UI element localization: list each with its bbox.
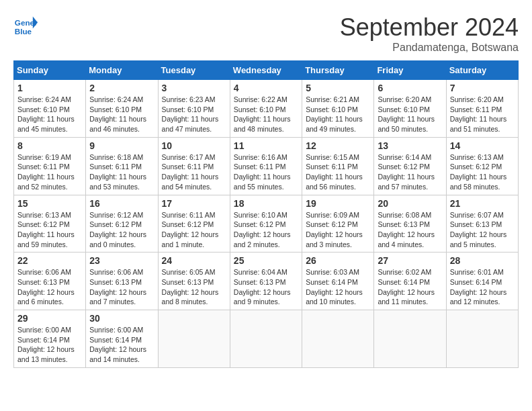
day-info: Sunrise: 6:17 AM Sunset: 6:11 PM Dayligh… (162, 152, 226, 192)
day-info: Sunrise: 6:09 AM Sunset: 6:12 PM Dayligh… (306, 210, 370, 250)
day-info: Sunrise: 6:07 AM Sunset: 6:13 PM Dayligh… (450, 210, 515, 250)
day-number: 25 (234, 255, 298, 266)
day-info: Sunrise: 6:12 AM Sunset: 6:12 PM Dayligh… (89, 210, 154, 250)
calendar-cell: 11Sunrise: 6:16 AM Sunset: 6:11 PM Dayli… (230, 137, 302, 195)
calendar-week-5: 29Sunrise: 6:00 AM Sunset: 6:14 PM Dayli… (14, 310, 519, 368)
calendar-cell (446, 310, 518, 368)
calendar-cell: 29Sunrise: 6:00 AM Sunset: 6:14 PM Dayli… (14, 310, 86, 368)
day-info: Sunrise: 6:00 AM Sunset: 6:14 PM Dayligh… (17, 325, 82, 365)
col-header-wednesday: Wednesday (230, 61, 302, 80)
day-number: 8 (17, 140, 82, 151)
calendar-cell: 8Sunrise: 6:19 AM Sunset: 6:11 PM Daylig… (14, 137, 86, 195)
day-info: Sunrise: 6:13 AM Sunset: 6:12 PM Dayligh… (17, 210, 82, 250)
day-number: 7 (450, 83, 515, 93)
calendar-cell: 14Sunrise: 6:13 AM Sunset: 6:12 PM Dayli… (446, 137, 518, 195)
col-header-monday: Monday (86, 61, 158, 80)
day-number: 9 (89, 140, 154, 151)
day-number: 29 (17, 313, 82, 324)
day-info: Sunrise: 6:01 AM Sunset: 6:14 PM Dayligh… (450, 267, 515, 307)
day-info: Sunrise: 6:11 AM Sunset: 6:12 PM Dayligh… (162, 210, 226, 250)
calendar-cell: 24Sunrise: 6:05 AM Sunset: 6:13 PM Dayli… (158, 253, 230, 310)
day-info: Sunrise: 6:18 AM Sunset: 6:11 PM Dayligh… (89, 152, 154, 192)
day-number: 17 (162, 198, 226, 209)
calendar-cell: 25Sunrise: 6:04 AM Sunset: 6:13 PM Dayli… (230, 253, 302, 310)
calendar-cell: 30Sunrise: 6:00 AM Sunset: 6:14 PM Dayli… (86, 310, 158, 368)
col-header-thursday: Thursday (302, 61, 374, 80)
day-info: Sunrise: 6:03 AM Sunset: 6:14 PM Dayligh… (306, 267, 370, 307)
day-number: 5 (306, 83, 370, 93)
day-number: 28 (450, 255, 515, 266)
day-info: Sunrise: 6:22 AM Sunset: 6:10 PM Dayligh… (234, 95, 298, 134)
day-info: Sunrise: 6:24 AM Sunset: 6:10 PM Dayligh… (89, 95, 154, 134)
col-header-saturday: Saturday (446, 61, 518, 80)
day-number: 20 (378, 198, 442, 209)
day-info: Sunrise: 6:13 AM Sunset: 6:12 PM Dayligh… (450, 152, 515, 192)
day-info: Sunrise: 6:20 AM Sunset: 6:11 PM Dayligh… (450, 95, 515, 134)
col-header-sunday: Sunday (14, 61, 86, 80)
day-info: Sunrise: 6:06 AM Sunset: 6:13 PM Dayligh… (89, 267, 154, 307)
col-header-friday: Friday (374, 61, 446, 80)
calendar-cell: 9Sunrise: 6:18 AM Sunset: 6:11 PM Daylig… (86, 137, 158, 195)
calendar-cell: 4Sunrise: 6:22 AM Sunset: 6:10 PM Daylig… (230, 80, 302, 138)
day-info: Sunrise: 6:16 AM Sunset: 6:11 PM Dayligh… (234, 152, 298, 192)
day-number: 30 (89, 313, 154, 324)
day-info: Sunrise: 6:21 AM Sunset: 6:10 PM Dayligh… (306, 95, 370, 134)
day-number: 10 (162, 140, 226, 151)
day-info: Sunrise: 6:06 AM Sunset: 6:13 PM Dayligh… (17, 267, 82, 307)
day-number: 2 (89, 83, 154, 93)
calendar-week-1: 1Sunrise: 6:24 AM Sunset: 6:10 PM Daylig… (14, 80, 519, 138)
day-number: 12 (306, 140, 370, 151)
day-info: Sunrise: 6:20 AM Sunset: 6:10 PM Dayligh… (378, 95, 442, 134)
day-info: Sunrise: 6:05 AM Sunset: 6:13 PM Dayligh… (162, 267, 226, 307)
calendar-cell: 5Sunrise: 6:21 AM Sunset: 6:10 PM Daylig… (302, 80, 374, 138)
day-number: 1 (17, 83, 82, 93)
day-info: Sunrise: 6:10 AM Sunset: 6:12 PM Dayligh… (234, 210, 298, 250)
calendar-week-2: 8Sunrise: 6:19 AM Sunset: 6:11 PM Daylig… (14, 137, 519, 195)
calendar-cell: 6Sunrise: 6:20 AM Sunset: 6:10 PM Daylig… (374, 80, 446, 138)
calendar-cell: 23Sunrise: 6:06 AM Sunset: 6:13 PM Dayli… (86, 253, 158, 310)
day-number: 24 (162, 255, 226, 266)
day-number: 19 (306, 198, 370, 209)
calendar-cell: 13Sunrise: 6:14 AM Sunset: 6:12 PM Dayli… (374, 137, 446, 195)
calendar-cell: 21Sunrise: 6:07 AM Sunset: 6:13 PM Dayli… (446, 195, 518, 253)
day-number: 23 (89, 255, 154, 266)
calendar-cell: 10Sunrise: 6:17 AM Sunset: 6:11 PM Dayli… (158, 137, 230, 195)
calendar-table: SundayMondayTuesdayWednesdayThursdayFrid… (13, 60, 519, 368)
location-subtitle: Pandamatenga, Botswana (340, 42, 519, 54)
calendar-cell: 26Sunrise: 6:03 AM Sunset: 6:14 PM Dayli… (302, 253, 374, 310)
day-number: 15 (17, 198, 82, 209)
title-block: September 2024 Pandamatenga, Botswana (340, 13, 519, 54)
day-info: Sunrise: 6:14 AM Sunset: 6:12 PM Dayligh… (378, 152, 442, 192)
col-header-tuesday: Tuesday (158, 61, 230, 80)
day-number: 3 (162, 83, 226, 93)
calendar-cell: 22Sunrise: 6:06 AM Sunset: 6:13 PM Dayli… (14, 253, 86, 310)
calendar-cell: 17Sunrise: 6:11 AM Sunset: 6:12 PM Dayli… (158, 195, 230, 253)
day-number: 26 (306, 255, 370, 266)
calendar-cell: 20Sunrise: 6:08 AM Sunset: 6:13 PM Dayli… (374, 195, 446, 253)
day-info: Sunrise: 6:24 AM Sunset: 6:10 PM Dayligh… (17, 95, 82, 134)
calendar-cell: 18Sunrise: 6:10 AM Sunset: 6:12 PM Dayli… (230, 195, 302, 253)
calendar-cell: 12Sunrise: 6:15 AM Sunset: 6:11 PM Dayli… (302, 137, 374, 195)
svg-text:Blue: Blue (15, 27, 32, 36)
calendar-cell: 19Sunrise: 6:09 AM Sunset: 6:12 PM Dayli… (302, 195, 374, 253)
logo: General Blue (13, 13, 38, 38)
calendar-cell: 3Sunrise: 6:23 AM Sunset: 6:10 PM Daylig… (158, 80, 230, 138)
calendar-week-3: 15Sunrise: 6:13 AM Sunset: 6:12 PM Dayli… (14, 195, 519, 253)
calendar-cell (230, 310, 302, 368)
day-number: 22 (17, 255, 82, 266)
calendar-cell (374, 310, 446, 368)
day-info: Sunrise: 6:15 AM Sunset: 6:11 PM Dayligh… (306, 152, 370, 192)
day-number: 6 (378, 83, 442, 93)
day-number: 21 (450, 198, 515, 209)
day-number: 16 (89, 198, 154, 209)
calendar-cell: 2Sunrise: 6:24 AM Sunset: 6:10 PM Daylig… (86, 80, 158, 138)
calendar-cell: 28Sunrise: 6:01 AM Sunset: 6:14 PM Dayli… (446, 253, 518, 310)
day-info: Sunrise: 6:02 AM Sunset: 6:14 PM Dayligh… (378, 267, 442, 307)
calendar-cell: 15Sunrise: 6:13 AM Sunset: 6:12 PM Dayli… (14, 195, 86, 253)
calendar-cell: 16Sunrise: 6:12 AM Sunset: 6:12 PM Dayli… (86, 195, 158, 253)
calendar-week-4: 22Sunrise: 6:06 AM Sunset: 6:13 PM Dayli… (14, 253, 519, 310)
month-title: September 2024 (340, 13, 519, 42)
calendar-body: 1Sunrise: 6:24 AM Sunset: 6:10 PM Daylig… (14, 80, 519, 368)
day-info: Sunrise: 6:00 AM Sunset: 6:14 PM Dayligh… (89, 325, 154, 365)
calendar-cell: 1Sunrise: 6:24 AM Sunset: 6:10 PM Daylig… (14, 80, 86, 138)
